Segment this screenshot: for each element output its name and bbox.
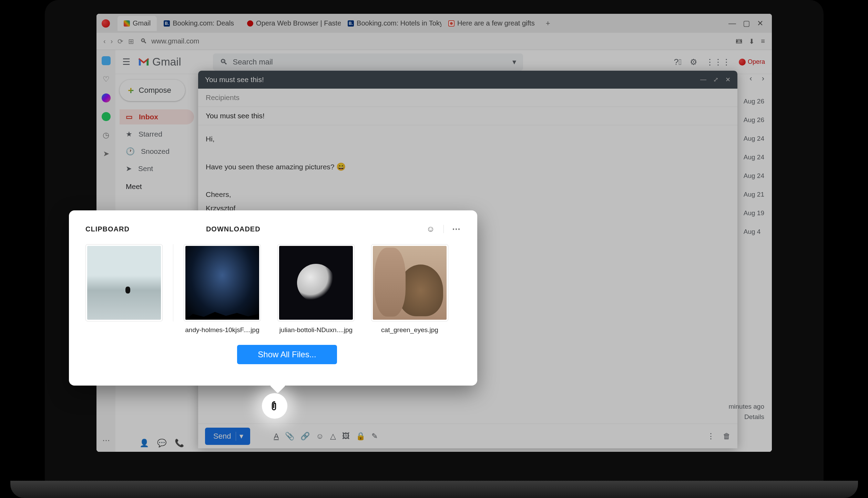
drive-icon[interactable]: △	[330, 432, 336, 441]
home-icon[interactable]	[102, 56, 111, 65]
tab-gmail[interactable]: Gmail	[118, 16, 157, 31]
image-icon[interactable]: 🖼	[342, 432, 350, 441]
opera-logo-icon	[102, 19, 110, 28]
moon-image	[279, 246, 353, 320]
chat-icon[interactable]: 💬	[157, 439, 166, 448]
forward-icon[interactable]: ›	[111, 37, 113, 46]
more-icon[interactable]: ⋮	[707, 432, 715, 441]
compose-button[interactable]: + Compose	[120, 80, 185, 101]
mail-dates: ‹ › Aug 26 Aug 26 Aug 24 Aug 24 Aug 24 A…	[744, 74, 764, 236]
apps-grid-icon[interactable]: ⋮⋮⋮	[706, 57, 731, 67]
laptop-base	[10, 481, 858, 498]
cat-image	[373, 246, 447, 320]
compose-label: Compose	[139, 86, 171, 95]
heart-icon[interactable]: ♡	[103, 75, 110, 84]
compose-titlebar[interactable]: You must see this! — ⤢ ✕	[198, 74, 737, 89]
send-label: Send	[213, 432, 231, 441]
attach-button-highlight[interactable]	[262, 393, 287, 419]
window-controls: — ▢ ✕	[725, 19, 767, 28]
chevron-down-icon[interactable]: ▾	[512, 58, 516, 67]
clipboard-thumbnail[interactable]	[85, 244, 163, 321]
search-placeholder: Search mail	[233, 58, 273, 67]
history-icon[interactable]: ◷	[103, 131, 109, 140]
address-input-wrap[interactable]: 🔍︎ www.gmail.com	[140, 37, 729, 45]
send-icon[interactable]: ➤	[103, 149, 109, 158]
picker-header: CLIPBOARD DOWNLOADED ☺ ⋯	[85, 224, 461, 234]
picker-body: andy-holmes-10kjsF....jpg julian-bottoli…	[85, 244, 461, 334]
close-button[interactable]: ✕	[757, 19, 763, 28]
more-icon[interactable]: ⋯	[452, 224, 461, 234]
emoji-icon[interactable]: ☺	[316, 432, 324, 441]
gift-icon	[448, 20, 455, 27]
phone-icon[interactable]: 📞	[175, 439, 184, 448]
tab-label: Booking.com: Hotels in Toky	[357, 19, 441, 27]
subject-text: You must see this!	[206, 112, 265, 120]
downloaded-file[interactable]: cat_green_eyes.jpg	[371, 244, 448, 334]
body-signoff: Cheers,	[206, 188, 730, 201]
messenger-icon[interactable]	[102, 93, 111, 102]
nav-sent[interactable]: ➤Sent	[120, 161, 194, 176]
download-icon[interactable]: ⬇	[749, 37, 755, 46]
surfer-image	[87, 246, 161, 320]
plus-icon: +	[128, 84, 134, 96]
mail-date: Aug 26	[744, 98, 764, 105]
downloaded-file[interactable]: julian-bottoli-NDuxn....jpg	[277, 244, 355, 334]
file-caption: cat_green_eyes.jpg	[371, 326, 448, 334]
tab-label: Booking.com: Deals	[173, 19, 234, 27]
back-icon[interactable]: ‹	[103, 37, 106, 46]
booking-icon: B.	[348, 20, 354, 27]
search-input[interactable]: 🔍︎ Search mail ▾	[213, 53, 523, 71]
speed-dial-icon[interactable]: ⊞	[128, 37, 134, 46]
easy-setup-icon[interactable]: ≡	[761, 37, 765, 46]
send-dropdown-icon[interactable]: ▾	[236, 432, 247, 441]
person-icon[interactable]: 👤	[140, 439, 149, 448]
expand-icon[interactable]: ⤢	[713, 76, 718, 83]
tab-gifts[interactable]: Here are a few great gifts	[442, 16, 541, 31]
more-icon[interactable]: ⋯	[102, 436, 110, 445]
nav-starred[interactable]: ★Starred	[120, 127, 194, 142]
body-line-wrap: Have you seen these amazing pictures? 😄	[206, 160, 730, 174]
trash-icon[interactable]: 🗑	[723, 432, 731, 441]
nav-snoozed[interactable]: 🕐Snoozed	[120, 144, 194, 159]
smile-icon[interactable]: ☺	[426, 224, 435, 234]
sent-icon: ➤	[126, 165, 132, 173]
recipients-input[interactable]: Recipients	[198, 89, 737, 107]
maximize-button[interactable]: ▢	[743, 19, 750, 28]
nav-buttons: ‹ › ⟳ ⊞	[103, 37, 134, 46]
show-all-files-button[interactable]: Show All Files...	[237, 345, 337, 364]
send-button[interactable]: Send ▾	[205, 428, 250, 445]
grin-emoji: 😄	[336, 162, 346, 171]
gear-icon[interactable]: ⚙	[690, 57, 697, 67]
tab-booking-deals[interactable]: B. Booking.com: Deals	[157, 16, 240, 31]
subject-input[interactable]: You must see this!	[198, 107, 737, 125]
minimize-button[interactable]: —	[728, 19, 736, 28]
menu-icon[interactable]: ☰	[122, 57, 130, 67]
opera-icon	[247, 20, 253, 27]
inbox-icon: ▭	[126, 113, 133, 121]
confidential-icon[interactable]: 🔒	[356, 432, 365, 441]
tab-label: Opera Web Browser | Fastec	[256, 19, 341, 27]
pen-icon[interactable]: ✎	[371, 432, 378, 441]
camera-icon[interactable]: 📷︎	[736, 37, 743, 46]
mail-date: Aug 24	[744, 135, 764, 142]
downloaded-file[interactable]: andy-holmes-10kjsF....jpg	[184, 244, 261, 334]
new-tab-button[interactable]: +	[542, 19, 554, 28]
gmail-icon	[124, 20, 130, 27]
minimize-icon[interactable]: —	[700, 76, 706, 83]
tab-booking-hotels[interactable]: B. Booking.com: Hotels in Toky	[341, 16, 441, 31]
reload-icon[interactable]: ⟳	[118, 37, 123, 46]
opera-badge[interactable]: Opera	[739, 58, 765, 66]
details-link[interactable]: Details	[728, 413, 764, 421]
attach-icon[interactable]: 📎	[285, 432, 294, 441]
search-icon: 🔍︎	[220, 58, 227, 67]
prev-page-icon[interactable]: ‹	[749, 74, 752, 83]
format-icon[interactable]: A	[274, 432, 279, 441]
next-page-icon[interactable]: ›	[762, 74, 764, 83]
link-icon[interactable]: 🔗	[300, 432, 310, 441]
divider	[173, 244, 173, 321]
whatsapp-icon[interactable]	[102, 112, 111, 121]
close-icon[interactable]: ✕	[725, 76, 731, 83]
nav-inbox[interactable]: ▭Inbox	[120, 109, 194, 124]
tab-opera-browser[interactable]: Opera Web Browser | Fastec	[241, 16, 341, 31]
help-icon[interactable]: ?⃝	[674, 57, 682, 67]
